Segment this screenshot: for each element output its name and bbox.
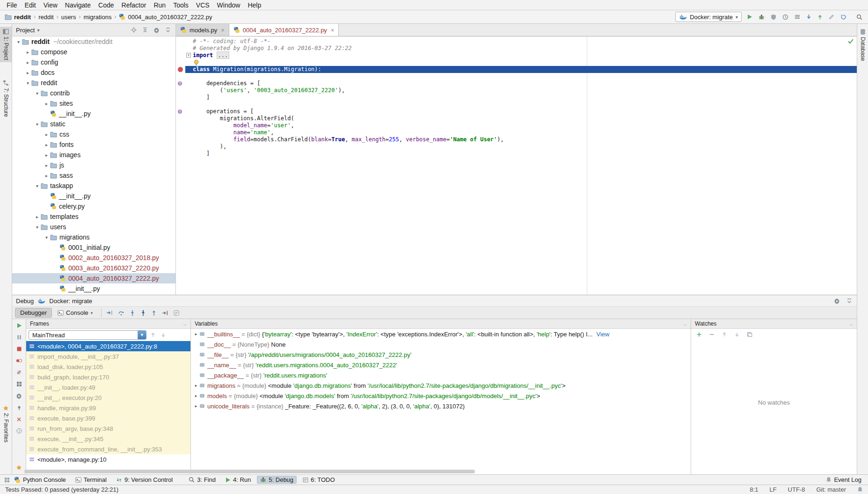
frame-row[interactable]: <module>, 0004_auto_20160327_2222.py:8 — [26, 341, 190, 351]
menu-run[interactable]: Run — [150, 0, 169, 10]
breadcrumb-item[interactable]: migrations — [83, 14, 111, 21]
variable-row[interactable]: __doc__ = {NoneType} None — [191, 339, 691, 349]
frame-row[interactable]: execute, base.py:399 — [26, 413, 190, 423]
evaluate-expression-button[interactable] — [173, 309, 180, 317]
tool-stripe-button-1-project[interactable]: 1: Project — [0, 27, 12, 62]
step-over-button[interactable] — [117, 309, 125, 317]
close-icon[interactable]: × — [331, 27, 335, 34]
chevron-down-icon[interactable]: ▾ — [37, 28, 39, 33]
thread-selector[interactable]: MainThread ▼ — [29, 330, 146, 340]
chevron-right-icon[interactable]: ▸ — [24, 70, 31, 75]
move-up-button[interactable] — [149, 331, 157, 339]
frame-row[interactable]: execute, __init__.py:345 — [26, 434, 190, 444]
tree-item[interactable]: ▸images — [12, 150, 175, 160]
intention-bulb-icon[interactable] — [193, 59, 199, 66]
tool-window-button-9-version-control[interactable]: 9: Version Control — [113, 476, 176, 484]
tree-item[interactable]: celery.py — [12, 201, 175, 211]
tool-window-button-python-console[interactable]: Python Console — [11, 476, 69, 484]
stop-button[interactable] — [15, 345, 23, 353]
tree-item[interactable]: ▾contrib — [12, 88, 175, 98]
settings-button[interactable] — [153, 26, 160, 34]
frame-row[interactable]: build_graph, loader.py:170 — [26, 372, 190, 382]
vcs-commit-button[interactable] — [817, 13, 824, 21]
tree-item[interactable]: ▸css — [12, 129, 175, 139]
tree-item[interactable]: ▸fonts — [12, 139, 175, 150]
chevron-down-icon[interactable]: ▾ — [34, 91, 41, 96]
collapse-all-button[interactable] — [141, 26, 149, 34]
show-execution-point-button[interactable] — [105, 309, 114, 317]
settings-button[interactable] — [15, 392, 23, 400]
search-everywhere-button[interactable] — [855, 13, 863, 21]
field-icon[interactable]: f — [177, 109, 182, 114]
tree-item[interactable]: 0002_auto_20160327_2018.py — [12, 253, 175, 263]
frame-row[interactable]: <module>, manage.py:10 — [26, 454, 190, 465]
tree-item[interactable]: ▸compose — [12, 47, 175, 57]
tree-item[interactable]: ▾users — [12, 222, 175, 232]
chevron-down-icon[interactable]: ▾ — [34, 122, 41, 127]
horizontal-scrollbar[interactable] — [24, 470, 475, 473]
panel-options-icon[interactable]: → — [682, 321, 687, 327]
chevron-down-icon[interactable]: ▾ — [43, 235, 50, 240]
move-down-button[interactable] — [733, 331, 741, 338]
chevron-right-icon[interactable]: ▸ — [43, 142, 50, 147]
chevron-right-icon[interactable]: ▸ — [43, 132, 50, 137]
menu-vcs[interactable]: VCS — [192, 0, 213, 10]
menu-edit[interactable]: Edit — [21, 0, 40, 10]
editor-tab[interactable]: models.py× — [176, 24, 229, 36]
tree-item[interactable]: 0004_auto_20160327_2222.py — [12, 273, 175, 283]
panel-options-icon[interactable]: → — [182, 321, 187, 327]
run-button[interactable] — [746, 13, 753, 21]
frame-row[interactable]: load_disk, loader.py:105 — [26, 362, 190, 372]
tool-window-button-3-find[interactable]: 3: Find — [185, 476, 219, 484]
move-down-button[interactable] — [160, 331, 167, 339]
frame-row[interactable]: handle, migrate.py:89 — [26, 403, 190, 413]
tree-item[interactable]: ▾migrations — [12, 232, 175, 242]
tree-item[interactable]: ▾static — [12, 119, 175, 129]
force-step-into-button[interactable] — [139, 309, 147, 317]
variable-row[interactable]: ▸unicode_literals = {instance} _Feature:… — [191, 401, 691, 411]
step-into-button[interactable] — [129, 309, 136, 317]
close-icon[interactable]: × — [221, 27, 225, 34]
resume-button[interactable] — [15, 322, 23, 329]
field-icon[interactable]: f — [177, 81, 182, 86]
breadcrumb-item[interactable]: reddit — [5, 14, 31, 21]
run-to-cursor-button[interactable] — [161, 309, 169, 317]
chevron-right-icon[interactable]: ▸ — [24, 60, 31, 65]
status-vcs-branch[interactable]: Git: master — [816, 486, 846, 493]
remove-button[interactable] — [708, 331, 715, 338]
view-link[interactable]: View — [596, 331, 609, 338]
menu-file[interactable]: File — [3, 0, 21, 10]
menu-window[interactable]: Window — [213, 0, 244, 10]
tool-window-button-5-debug[interactable]: 5: Debug — [257, 476, 297, 484]
chevron-right-icon[interactable]: ▸ — [43, 153, 50, 158]
debug-tab-debugger[interactable]: Debugger — [15, 308, 52, 318]
breadcrumb-item[interactable]: 0004_auto_20160327_2222.py — [119, 14, 212, 21]
duplicate-button[interactable] — [746, 331, 753, 338]
chevron-right-icon[interactable]: ▸ — [43, 163, 50, 168]
hide-button[interactable] — [846, 297, 853, 305]
debug-bug-button[interactable] — [758, 13, 766, 21]
view-breakpoints-button[interactable] — [15, 357, 23, 364]
tool-window-button-6-todo[interactable]: 6: TODO — [299, 476, 338, 484]
tree-item[interactable]: ▸sass — [12, 170, 175, 181]
panel-options-icon[interactable]: → — [848, 321, 853, 327]
edit-button[interactable] — [828, 13, 835, 21]
variable-row[interactable]: __name__ = {str} 'reddit.users.migration… — [191, 360, 691, 370]
menu-refactor[interactable]: Refactor — [118, 0, 150, 10]
variable-row[interactable]: ▸__builtins__ = {dict} {'bytearray': <ty… — [191, 329, 691, 339]
run-configuration-select[interactable]: Docker: migrate ▾ — [675, 12, 742, 22]
close-button[interactable] — [15, 416, 22, 423]
tool-window-button-4-run[interactable]: 4: Run — [222, 476, 254, 484]
tool-stripe-button-database[interactable]: Database — [857, 27, 868, 63]
move-up-button[interactable] — [721, 331, 728, 338]
tree-item[interactable]: ▸js — [12, 160, 175, 170]
tool-window-switcher-button[interactable] — [3, 476, 11, 484]
frame-row[interactable]: __init__, loader.py:49 — [26, 382, 190, 392]
tree-item[interactable]: ▾reddit~/cookiecutter/reddit — [12, 36, 175, 47]
chevron-right-icon[interactable]: ▸ — [43, 173, 50, 178]
menu-view[interactable]: View — [40, 0, 61, 10]
chevron-down-icon[interactable]: ▾ — [34, 183, 41, 189]
chevron-right-icon[interactable]: ▸ — [43, 101, 50, 106]
hide-button[interactable] — [164, 26, 172, 34]
variable-row[interactable]: ▸migrations = {module} <module 'django.d… — [191, 380, 691, 391]
